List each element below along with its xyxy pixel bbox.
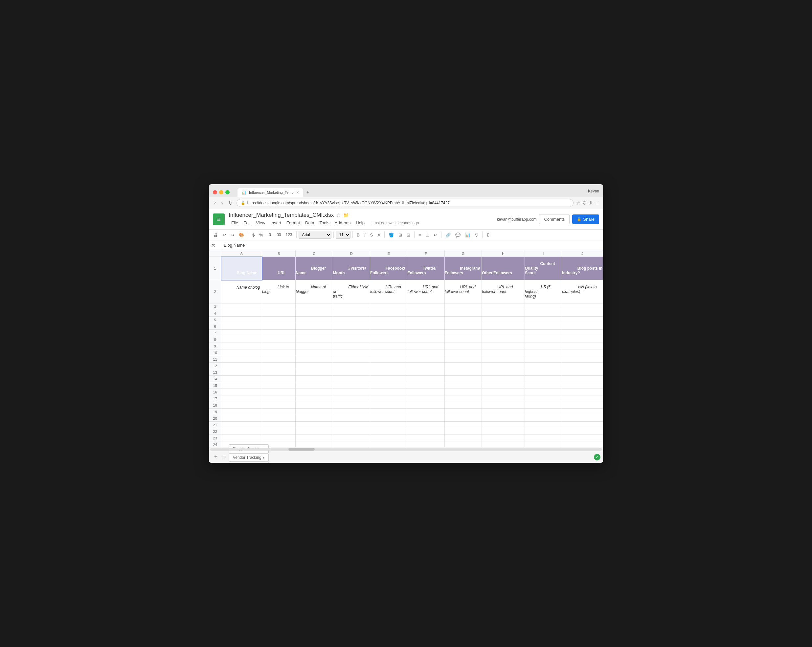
cell-E9[interactable]: [370, 343, 407, 349]
cell-J11[interactable]: [562, 356, 603, 363]
decimal-increase-button[interactable]: .00: [274, 231, 283, 238]
cell-E7[interactable]: [370, 330, 407, 336]
cell-C4[interactable]: [296, 310, 333, 317]
cell-D20[interactable]: [333, 415, 370, 422]
cell-G11[interactable]: [444, 356, 482, 363]
back-button[interactable]: ‹: [213, 199, 217, 207]
bold-button[interactable]: B: [355, 231, 362, 239]
cell-G20[interactable]: [444, 415, 482, 422]
cell-E18[interactable]: [370, 402, 407, 409]
cell-A20[interactable]: [221, 415, 262, 422]
cell-D18[interactable]: [333, 402, 370, 409]
sheet-tab-2[interactable]: Measure▾: [229, 461, 269, 463]
cell-A4[interactable]: [221, 310, 262, 317]
cell-E5[interactable]: [370, 317, 407, 323]
cell-H16[interactable]: [482, 389, 525, 395]
close-button[interactable]: [213, 190, 217, 194]
cell-B2[interactable]: Link to blog: [262, 280, 296, 304]
cell-J10[interactable]: [562, 349, 603, 356]
cell-B8[interactable]: [262, 336, 296, 343]
borders-button[interactable]: ⊞: [397, 231, 404, 239]
comment-button[interactable]: 💬: [453, 231, 462, 239]
cell-H22[interactable]: [482, 428, 525, 435]
cell-B18[interactable]: [262, 402, 296, 409]
cell-A13[interactable]: [221, 369, 262, 376]
undo-button[interactable]: ↩: [220, 231, 228, 239]
cell-G2[interactable]: URL and follower count: [444, 280, 482, 304]
paint-format-button[interactable]: 🎨: [237, 231, 246, 239]
cell-D4[interactable]: [333, 310, 370, 317]
cell-C17[interactable]: [296, 395, 333, 402]
print-button[interactable]: 🖨: [212, 231, 220, 239]
cell-H4[interactable]: [482, 310, 525, 317]
cell-B10[interactable]: [262, 349, 296, 356]
cell-C6[interactable]: [296, 323, 333, 330]
cell-J5[interactable]: [562, 317, 603, 323]
address-bar[interactable]: 🔒 https://docs.google.com/spreadsheets/d…: [237, 199, 574, 207]
cell-E22[interactable]: [370, 428, 407, 435]
cell-D6[interactable]: [333, 323, 370, 330]
col-header-F[interactable]: F: [407, 250, 444, 257]
cell-G12[interactable]: [444, 363, 482, 369]
cell-G3[interactable]: [444, 304, 482, 310]
col-header-A[interactable]: A: [221, 250, 262, 257]
share-button[interactable]: 🔒 Share: [572, 214, 599, 224]
strikethrough-button[interactable]: S: [368, 231, 375, 239]
cell-D22[interactable]: [333, 428, 370, 435]
cell-I16[interactable]: [525, 389, 562, 395]
cell-D8[interactable]: [333, 336, 370, 343]
cell-I10[interactable]: [525, 349, 562, 356]
cell-I12[interactable]: [525, 363, 562, 369]
cell-I2[interactable]: 1-5 (5 highest rating): [525, 280, 562, 304]
cell-G8[interactable]: [444, 336, 482, 343]
cell-F8[interactable]: [407, 336, 444, 343]
cell-C15[interactable]: [296, 382, 333, 389]
cell-H2[interactable]: URL and follower count: [482, 280, 525, 304]
cell-H3[interactable]: [482, 304, 525, 310]
cell-E17[interactable]: [370, 395, 407, 402]
cell-J19[interactable]: [562, 409, 603, 415]
cell-A10[interactable]: [221, 349, 262, 356]
cell-D19[interactable]: [333, 409, 370, 415]
menu-help[interactable]: Help: [353, 219, 367, 227]
cell-D21[interactable]: [333, 422, 370, 428]
maximize-button[interactable]: [225, 190, 230, 194]
align-left-button[interactable]: ≡: [417, 231, 423, 239]
cell-G16[interactable]: [444, 389, 482, 395]
folder-icon[interactable]: 📁: [343, 212, 349, 218]
col-header-C[interactable]: C: [296, 250, 333, 257]
cell-D11[interactable]: [333, 356, 370, 363]
cell-J12[interactable]: [562, 363, 603, 369]
cell-G18[interactable]: [444, 402, 482, 409]
cell-I7[interactable]: [525, 330, 562, 336]
cell-D12[interactable]: [333, 363, 370, 369]
cell-E6[interactable]: [370, 323, 407, 330]
cell-I11[interactable]: [525, 356, 562, 363]
cell-B20[interactable]: [262, 415, 296, 422]
cell-C23[interactable]: [296, 435, 333, 441]
cell-F10[interactable]: [407, 349, 444, 356]
cell-A12[interactable]: [221, 363, 262, 369]
cell-F17[interactable]: [407, 395, 444, 402]
cell-D16[interactable]: [333, 389, 370, 395]
cell-G6[interactable]: [444, 323, 482, 330]
minimize-button[interactable]: [219, 190, 223, 194]
cell-J15[interactable]: [562, 382, 603, 389]
cell-J8[interactable]: [562, 336, 603, 343]
cell-B7[interactable]: [262, 330, 296, 336]
cell-E3[interactable]: [370, 304, 407, 310]
cell-C1[interactable]: Blogger Name: [296, 257, 333, 280]
cell-A18[interactable]: [221, 402, 262, 409]
cell-A7[interactable]: [221, 330, 262, 336]
cell-B15[interactable]: [262, 382, 296, 389]
cell-E14[interactable]: [370, 376, 407, 382]
cell-A8[interactable]: [221, 336, 262, 343]
cell-B24[interactable]: [262, 441, 296, 447]
cell-J14[interactable]: [562, 376, 603, 382]
cell-I1[interactable]: Content Quality Score: [525, 257, 562, 280]
cell-B14[interactable]: [262, 376, 296, 382]
fill-color-button[interactable]: 🪣: [387, 231, 396, 239]
cell-D10[interactable]: [333, 349, 370, 356]
menu-data[interactable]: Data: [302, 219, 317, 227]
cell-C21[interactable]: [296, 422, 333, 428]
